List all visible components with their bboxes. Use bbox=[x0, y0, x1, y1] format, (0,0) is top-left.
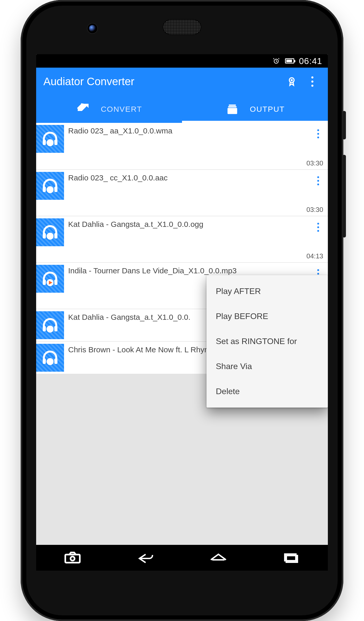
svg-rect-7 bbox=[54, 140, 58, 145]
svg-rect-3 bbox=[227, 108, 237, 114]
app-title: Audiator Converter bbox=[43, 75, 281, 88]
volume-button bbox=[342, 155, 346, 237]
nav-capture[interactable] bbox=[52, 550, 93, 566]
more-icon bbox=[317, 129, 319, 138]
badge-button[interactable] bbox=[281, 71, 302, 92]
power-button bbox=[342, 111, 346, 139]
status-time: 06:41 bbox=[299, 56, 322, 66]
menu-play-after[interactable]: Play AFTER bbox=[207, 279, 328, 304]
app-bar: Audiator Converter bbox=[36, 68, 328, 95]
file-duration: 04:13 bbox=[306, 252, 323, 260]
nav-home[interactable] bbox=[198, 550, 239, 566]
nav-recents[interactable] bbox=[271, 550, 312, 566]
audio-icon[interactable] bbox=[36, 344, 64, 372]
list-item[interactable]: Radio 023_ aa_X1.0_0.0.wma 03:30 bbox=[36, 123, 328, 169]
more-icon bbox=[317, 223, 319, 232]
tab-convert[interactable]: CONVERT bbox=[36, 95, 182, 123]
svg-rect-5 bbox=[229, 105, 236, 106]
tab-output[interactable]: OUTPUT bbox=[182, 95, 328, 123]
svg-rect-13 bbox=[54, 233, 58, 238]
svg-rect-16 bbox=[54, 280, 58, 285]
nav-back[interactable] bbox=[125, 550, 166, 566]
output-list[interactable]: Radio 023_ aa_X1.0_0.0.wma 03:30 Radio 0… bbox=[36, 123, 328, 546]
overflow-icon bbox=[311, 76, 313, 87]
item-more-button[interactable] bbox=[312, 221, 324, 233]
menu-share-via[interactable]: Share Via bbox=[207, 354, 328, 379]
svg-rect-15 bbox=[43, 280, 46, 285]
svg-rect-18 bbox=[43, 326, 46, 331]
svg-rect-10 bbox=[54, 187, 58, 192]
tab-output-label: OUTPUT bbox=[250, 105, 285, 114]
svg-point-2 bbox=[291, 79, 293, 81]
audio-icon[interactable] bbox=[36, 265, 64, 293]
front-camera bbox=[89, 25, 96, 32]
item-more-button[interactable] bbox=[312, 128, 324, 140]
alarm-icon bbox=[272, 57, 280, 65]
screen: 06:41 Audiator Converter bbox=[36, 54, 328, 546]
svg-rect-19 bbox=[54, 326, 58, 331]
svg-point-25 bbox=[70, 556, 75, 561]
audio-icon[interactable] bbox=[36, 311, 64, 339]
battery-icon bbox=[285, 58, 294, 63]
tab-bar: CONVERT OUTPUT bbox=[36, 95, 328, 123]
output-icon bbox=[225, 102, 240, 116]
file-duration: 03:30 bbox=[306, 159, 323, 167]
file-title: Radio 023_ aa_X1.0_0.0.wma bbox=[68, 126, 305, 136]
list-item[interactable]: Radio 023_ cc_X1.0_0.0.aac 03:30 bbox=[36, 169, 328, 216]
svg-rect-6 bbox=[43, 140, 46, 145]
menu-set-ringtone[interactable]: Set as RINGTONE for bbox=[207, 329, 328, 354]
status-bar: 06:41 bbox=[36, 54, 328, 68]
convert-icon bbox=[76, 102, 90, 116]
earpiece bbox=[163, 19, 201, 35]
svg-rect-22 bbox=[54, 359, 58, 364]
more-icon bbox=[317, 176, 319, 185]
phone-frame: 06:41 Audiator Converter bbox=[21, 0, 343, 621]
android-nav-bar bbox=[36, 545, 328, 571]
tab-convert-label: CONVERT bbox=[101, 105, 142, 114]
file-title: Indila - Tourner Dans Le Vide_Dia_X1.0_0… bbox=[68, 266, 305, 276]
context-menu: Play AFTER Play BEFORE Set as RINGTONE f… bbox=[207, 275, 328, 408]
svg-rect-4 bbox=[228, 106, 236, 107]
item-more-button[interactable] bbox=[312, 174, 324, 187]
svg-rect-12 bbox=[43, 233, 46, 238]
file-duration: 03:30 bbox=[306, 206, 323, 214]
menu-play-before[interactable]: Play BEFORE bbox=[207, 304, 328, 329]
audio-icon[interactable] bbox=[36, 218, 64, 246]
file-title: Kat Dahlia - Gangsta_a.t_X1.0_0.0.ogg bbox=[68, 219, 305, 229]
svg-rect-21 bbox=[43, 359, 46, 364]
list-item[interactable]: Kat Dahlia - Gangsta_a.t_X1.0_0.0.ogg 04… bbox=[36, 216, 328, 262]
overflow-button[interactable] bbox=[302, 71, 323, 92]
svg-rect-9 bbox=[43, 187, 46, 192]
audio-icon[interactable] bbox=[36, 172, 64, 200]
audio-icon[interactable] bbox=[36, 125, 64, 153]
file-title: Radio 023_ cc_X1.0_0.0.aac bbox=[68, 173, 305, 183]
menu-delete[interactable]: Delete bbox=[207, 379, 328, 404]
